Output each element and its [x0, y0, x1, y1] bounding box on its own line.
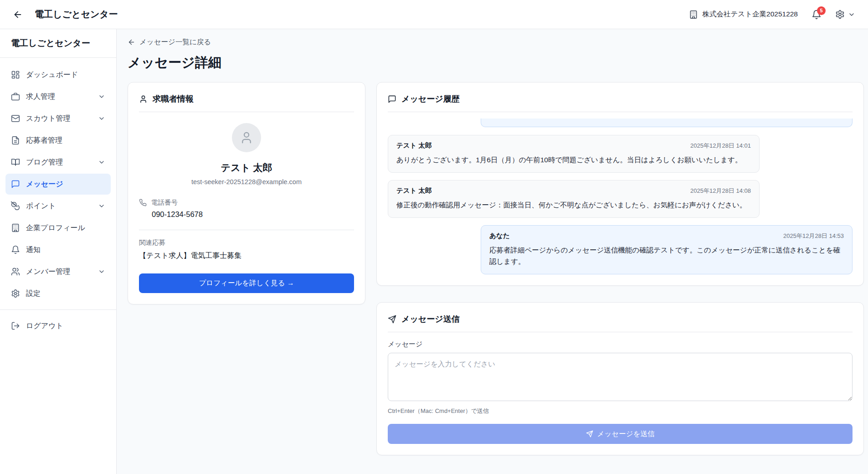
phone-number: 090-1234-5678: [152, 210, 354, 219]
sidebar-item-label: 通知: [26, 245, 41, 255]
seeker-email: test-seeker-20251228@example.com: [139, 178, 354, 185]
message-list[interactable]: テスト 太郎2025年12月28日 14:01ありがとうございます。1月6日（月…: [388, 118, 853, 274]
building-icon: [11, 223, 20, 232]
sidebar-item-label: ダッシュボード: [26, 70, 78, 80]
sidebar-item-label: 求人管理: [26, 92, 55, 102]
message-history-card: メッセージ履歴 テスト 太郎2025年12月28日 14:01ありがとうございま…: [376, 82, 864, 286]
sidebar-item-label: 応募者管理: [26, 136, 62, 145]
chevron-down-icon: [98, 202, 105, 210]
sidebar-item-company-profile[interactable]: 企業プロフィール: [5, 217, 111, 238]
sidebar-item-members[interactable]: メンバー管理: [5, 261, 111, 282]
message-bubble-received: テスト 太郎2025年12月28日 14:08修正後の動作確認用メッセージ：面接…: [388, 180, 760, 218]
sidebar-item-label: 設定: [26, 289, 41, 299]
send-shortcut-hint: Ctrl+Enter（Mac: Cmd+Enter）で送信: [388, 407, 853, 415]
chevron-down-icon: [98, 268, 105, 275]
back-to-message-list-link[interactable]: メッセージ一覧に戻る: [128, 37, 211, 47]
message-sender: あなた: [489, 232, 510, 240]
sidebar-item-scouts[interactable]: スカウト管理: [5, 108, 111, 129]
message-timestamp: 2025年12月28日 14:08: [690, 187, 751, 195]
company-name: 株式会社テスト企業20251228: [702, 10, 798, 19]
main-content: メッセージ一覧に戻る メッセージ詳細 求職者情報 テスト 太郎 test-see…: [117, 29, 868, 474]
divider: [139, 112, 354, 112]
sidebar-item-logout[interactable]: ログアウト: [5, 315, 111, 336]
divider: [388, 112, 853, 112]
arrow-left-icon: [128, 38, 135, 46]
message-input[interactable]: [388, 353, 853, 401]
message-timestamp: 2025年12月28日 14:01: [690, 142, 751, 150]
sidebar-item-label: スカウト管理: [26, 114, 71, 124]
seeker-card-title: 求職者情報: [153, 93, 194, 104]
sidebar-item-label: ブログ管理: [26, 158, 63, 167]
message-square-icon: [388, 95, 396, 103]
gear-icon: [835, 10, 845, 19]
message-text: ありがとうございます。1月6日（月）の午前10時で問題ございません。当日はよろし…: [396, 154, 751, 165]
message-timestamp: 2025年12月28日 14:53: [783, 232, 844, 240]
send-card-title: メッセージ送信: [401, 314, 460, 325]
message-bubble-sent: あなた2025年12月28日 14:53応募者詳細ページからのメッセージ送信機能…: [481, 225, 853, 274]
logout-icon: [11, 321, 20, 330]
history-card-header: メッセージ履歴: [388, 93, 853, 104]
notifications-button[interactable]: 5: [812, 10, 822, 20]
sidebar-title: 電工しごとセンター: [0, 29, 116, 58]
message-text: 応募者詳細ページからのメッセージ送信機能の確認テストです。このメッセージが正常に…: [489, 244, 844, 267]
divider: [388, 332, 853, 332]
clipped-message-bubble: [481, 118, 853, 127]
divider: [139, 230, 354, 230]
sidebar-item-label: メンバー管理: [26, 267, 70, 277]
sidebar-item-label: 企業プロフィール: [26, 223, 85, 233]
send-button-label: メッセージを送信: [597, 429, 655, 439]
back-link-label: メッセージ一覧に戻る: [139, 37, 211, 47]
bell-icon: [11, 245, 20, 254]
message-text: 修正後の動作確認用メッセージ：面接当日、何かご不明な点がございましたら、お気軽に…: [396, 199, 751, 211]
briefcase-icon: [11, 92, 20, 101]
related-application-label: 関連応募: [139, 238, 354, 247]
message-sender: テスト 太郎: [396, 186, 432, 195]
view-profile-button[interactable]: プロフィールを詳しく見る →: [139, 273, 354, 293]
send-icon: [388, 315, 396, 324]
message-field-label: メッセージ: [388, 340, 853, 349]
dashboard-icon: [11, 70, 20, 79]
sidebar-item-label: ログアウト: [26, 321, 63, 331]
sidebar-item-settings[interactable]: 設定: [5, 283, 111, 304]
sidebar: 電工しごとセンター ダッシュボード求人管理スカウト管理応募者管理ブログ管理メッセ…: [0, 29, 117, 474]
user-icon: [139, 95, 148, 103]
top-bar-left: 電工しごとセンター: [13, 8, 118, 21]
chevron-down-icon: [848, 11, 855, 18]
back-button[interactable]: [13, 10, 23, 20]
sidebar-item-notifications[interactable]: 通知: [5, 239, 111, 260]
chevron-down-icon: [98, 93, 105, 100]
sidebar-item-blog[interactable]: ブログ管理: [5, 152, 111, 173]
file-text-icon: [11, 136, 20, 145]
top-bar-right: 株式会社テスト企業20251228 5: [689, 10, 855, 20]
sidebar-item-dashboard[interactable]: ダッシュボード: [5, 64, 111, 85]
send-message-button[interactable]: メッセージを送信: [388, 424, 853, 444]
phone-icon: [139, 199, 147, 206]
chevron-down-icon: [98, 159, 105, 166]
sidebar-item-label: ポイント: [26, 201, 56, 211]
message-bubble-received: テスト 太郎2025年12月28日 14:01ありがとうございます。1月6日（月…: [388, 135, 760, 173]
building-icon: [689, 10, 698, 19]
coins-icon: [11, 201, 20, 211]
top-bar: 電工しごとセンター 株式会社テスト企業20251228 5: [0, 0, 868, 29]
avatar: [232, 123, 261, 152]
send-icon: [586, 430, 593, 438]
sidebar-item-jobs[interactable]: 求人管理: [5, 86, 111, 107]
send-card-header: メッセージ送信: [388, 314, 853, 325]
company-menu[interactable]: 株式会社テスト企業20251228: [689, 10, 798, 19]
arrow-left-icon: [13, 10, 23, 20]
message-square-icon: [11, 180, 20, 189]
sidebar-item-messages[interactable]: メッセージ: [5, 174, 111, 195]
phone-label: 電話番号: [151, 198, 178, 207]
sidebar-footer: ログアウト: [0, 309, 116, 337]
book-open-icon: [11, 158, 20, 167]
sidebar-item-label: メッセージ: [26, 180, 63, 189]
sidebar-item-applicants[interactable]: 応募者管理: [5, 130, 111, 151]
sidebar-item-points[interactable]: ポイント: [5, 196, 111, 216]
page-title: メッセージ詳細: [128, 54, 864, 72]
user-icon: [240, 131, 253, 144]
sidebar-nav: ダッシュボード求人管理スカウト管理応募者管理ブログ管理メッセージポイント企業プロ…: [0, 58, 116, 305]
send-message-card: メッセージ送信 メッセージ Ctrl+Enter（Mac: Cmd+Enter）…: [376, 302, 864, 455]
message-sender: テスト 太郎: [396, 141, 432, 150]
seeker-card-header: 求職者情報: [139, 93, 354, 104]
settings-menu-button[interactable]: [835, 10, 855, 19]
